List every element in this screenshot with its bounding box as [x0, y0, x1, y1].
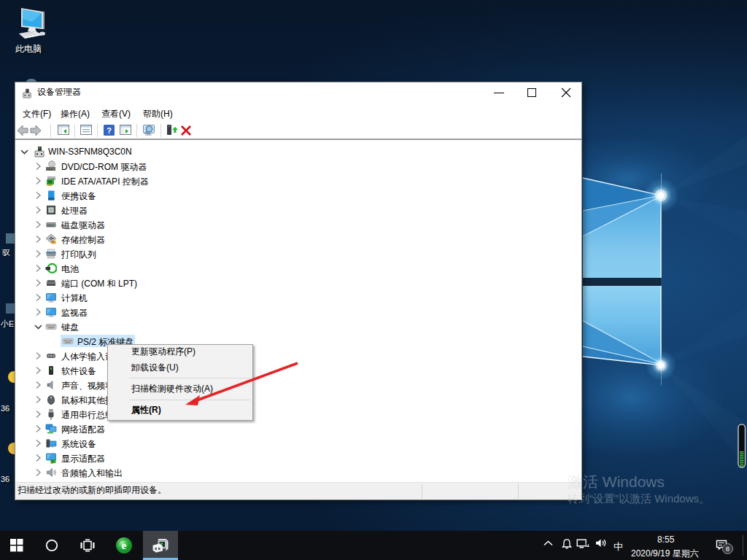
svg-text:8: 8	[726, 545, 729, 553]
svg-text:e: e	[122, 539, 127, 551]
svg-text:?: ?	[107, 126, 112, 135]
